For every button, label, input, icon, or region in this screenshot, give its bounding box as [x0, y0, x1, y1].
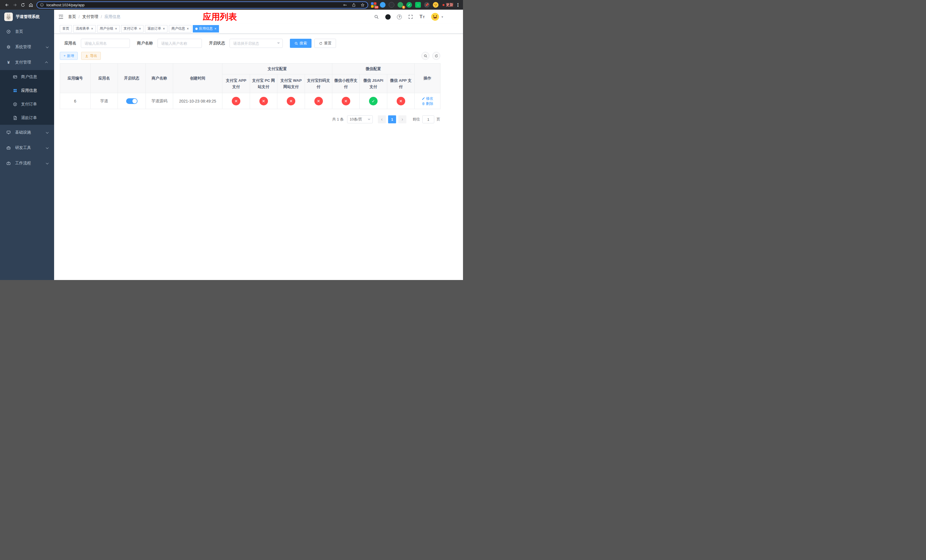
page-title: 应用列表 — [203, 11, 237, 23]
tab-home[interactable]: 首页 — [60, 25, 72, 32]
navbar-actions: ? TT ▾ — [374, 12, 443, 21]
goto-page-input[interactable] — [422, 115, 434, 123]
menu-fold-button[interactable] — [58, 14, 64, 20]
home-button[interactable] — [27, 1, 35, 9]
table-row: 6 芋道 芋道源码 2021-10-23 08:49:25 ✕ ✕ ✕ ✕ ✕ … — [60, 93, 440, 109]
sidebar-item-refund-order[interactable]: 退款订单 — [0, 111, 54, 125]
col-wx-jsapi: 微信 JSAPI 支付 — [360, 74, 387, 93]
tab-refund-order[interactable]: 退款订单 × — [145, 25, 168, 32]
sidebar-item-infrastructure[interactable]: 基础设施 — [0, 125, 54, 140]
pay-order-icon — [13, 102, 17, 106]
bookmark-star-icon[interactable] — [360, 3, 365, 7]
app-table: 应用编号 应用名 开启状态 商户名称 创建时间 支付宝配置 微信配置 操作 支付… — [60, 63, 440, 109]
top-navbar: 首页 / 支付管理 / 应用信息 应用列表 ? — [54, 10, 463, 24]
font-size-icon[interactable]: TT — [419, 14, 425, 20]
chevron-up-icon — [45, 61, 48, 64]
cell-app-id: 6 — [60, 93, 91, 109]
avatar[interactable] — [431, 12, 439, 21]
reset-button[interactable]: 重置 — [314, 39, 336, 48]
user-menu[interactable]: ▾ — [431, 12, 443, 21]
col-merchant: 商户名称 — [146, 64, 173, 93]
search-icon — [424, 54, 427, 58]
key-icon[interactable] — [343, 3, 347, 7]
sidebar-item-workflow[interactable]: 工作流程 — [0, 156, 54, 171]
ext-wechat-devtools-icon[interactable]: ◌ — [415, 2, 421, 8]
fullscreen-icon[interactable] — [408, 14, 413, 20]
credit-card-icon — [13, 75, 17, 79]
col-status: 开启状态 — [118, 64, 146, 93]
sidebar-item-dev-tools[interactable]: 研发工具 — [0, 140, 54, 156]
forward-button[interactable] — [11, 1, 19, 9]
ext-emoji-icon[interactable]: ツ — [433, 2, 439, 8]
browser-menu-icon[interactable]: ⋮ — [455, 2, 460, 8]
toggle-search-button[interactable] — [421, 52, 430, 60]
close-icon[interactable]: × — [91, 27, 93, 30]
update-button[interactable]: 更新 — [442, 2, 453, 8]
tab-payment-order[interactable]: 支付订单 × — [121, 25, 144, 32]
sidebar-item-home[interactable]: 首页 — [0, 24, 54, 39]
page-number-button[interactable]: 1 — [388, 115, 396, 123]
close-icon[interactable]: × — [163, 27, 165, 30]
workflow-icon — [6, 161, 11, 165]
chevron-down-icon — [368, 119, 371, 122]
status-circle-wx-app: ✕ — [396, 97, 405, 105]
tab-app-info[interactable]: 应用信息 × — [193, 25, 219, 32]
close-icon[interactable]: × — [187, 27, 189, 30]
close-icon[interactable]: × — [139, 27, 141, 30]
col-alipay-app: 支付宝 APP 支付 — [222, 74, 250, 93]
sidebar-item-merchant-info[interactable]: 商户信息 — [0, 70, 54, 84]
question-icon[interactable]: ? — [397, 15, 402, 20]
ext-grid-icon[interactable]: 10 — [371, 2, 377, 8]
search-icon[interactable] — [374, 14, 379, 20]
breadcrumb-separator: / — [79, 15, 80, 19]
delete-link[interactable]: 删除 — [422, 101, 433, 106]
sidebar-item-system[interactable]: 系统管理 — [0, 39, 54, 55]
chevron-down-icon — [46, 45, 49, 48]
refresh-table-button[interactable] — [432, 52, 440, 60]
next-page-button[interactable]: › — [398, 115, 406, 123]
prev-page-button[interactable]: ‹ — [378, 115, 386, 123]
sidebar-item-app-info[interactable]: 应用信息 — [0, 84, 54, 97]
export-button[interactable]: 导出 — [81, 52, 101, 60]
edit-link[interactable]: 修改 — [422, 96, 433, 101]
app-name-input[interactable] — [81, 39, 130, 48]
breadcrumb-separator: / — [101, 15, 102, 19]
page-size-select[interactable]: 10条/页 — [347, 115, 373, 123]
toolbox-icon — [6, 145, 11, 150]
tab-merchant-info[interactable]: 商户信息 × — [169, 25, 191, 32]
grid-icon — [13, 88, 17, 93]
status-select[interactable] — [230, 39, 283, 48]
site-info-icon[interactable] — [40, 3, 44, 7]
merchant-name-input[interactable] — [157, 39, 202, 48]
close-icon[interactable]: × — [215, 27, 216, 30]
add-button[interactable]: + 新增 — [60, 52, 78, 60]
ext-pin-icon[interactable]: 📌 — [424, 2, 430, 8]
tab-user-group[interactable]: 用户分组 × — [97, 25, 120, 32]
close-icon[interactable]: × — [115, 27, 117, 30]
col-alipay-qr: 支付宝扫码支付 — [305, 74, 332, 93]
back-button[interactable] — [3, 1, 11, 9]
tab-process-form[interactable]: 流程表单 × — [73, 25, 96, 32]
query-form: 应用名 商户名称 开启状态 — [60, 39, 440, 48]
sidebar-item-payment-order[interactable]: 支付订单 — [0, 97, 54, 111]
monitor-icon — [6, 130, 11, 135]
github-icon[interactable] — [385, 14, 391, 20]
share-icon[interactable] — [352, 3, 356, 7]
page-content: 应用名 商户名称 开启状态 — [54, 33, 463, 280]
ext-dark-icon[interactable] — [389, 2, 394, 8]
sidebar-item-payment[interactable]: ¥ 支付管理 — [0, 55, 54, 70]
refresh-icon — [319, 42, 322, 45]
ext-blue-drop-icon[interactable] — [380, 2, 386, 8]
plus-icon: + — [64, 54, 65, 58]
breadcrumb-item-home[interactable]: 首页 — [68, 14, 76, 20]
ext-profile-icon[interactable]: 1 — [398, 2, 403, 8]
breadcrumb-item-payment[interactable]: 支付管理 — [82, 14, 98, 20]
url-bar[interactable]: localhost:1024/pay/app — [36, 2, 368, 9]
cell-app-name: 芋道 — [91, 93, 118, 109]
search-button[interactable]: 搜索 — [290, 39, 312, 48]
extension-badge: 1 — [402, 6, 405, 9]
url-text[interactable]: localhost:1024/pay/app — [47, 3, 338, 7]
reload-button[interactable] — [19, 1, 27, 9]
status-switch[interactable] — [126, 98, 138, 104]
ext-green-check-icon[interactable]: ✓ — [406, 2, 412, 8]
